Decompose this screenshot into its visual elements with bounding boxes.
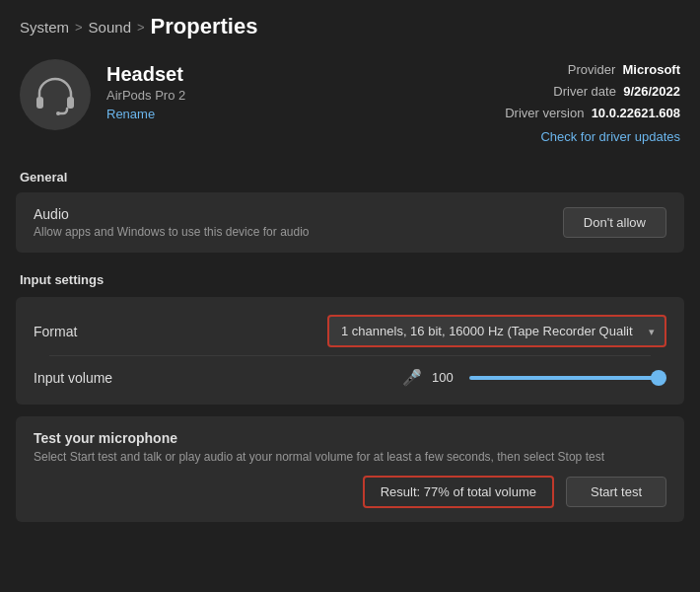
mic-test-card: Test your microphone Select Start test a… [16,416,684,522]
volume-row: Input volume 🎤 100 [34,364,666,391]
provider-row: Provider Microsoft [505,59,680,81]
audio-row: Audio Allow apps and Windows to use this… [34,206,666,239]
volume-controls: 🎤 100 [402,368,666,387]
mic-test-title: Test your microphone [34,430,666,446]
device-info: Headset AirPods Pro 2 Rename [106,59,489,121]
driver-date-value: 9/26/2022 [623,84,680,99]
breadcrumb-sep2: > [137,20,145,35]
rename-link[interactable]: Rename [106,107,155,121]
driver-date-label: Driver date [553,84,616,99]
audio-text: Audio Allow apps and Windows to use this… [34,206,310,239]
general-section-title: General [0,164,700,192]
headset-icon [32,71,79,118]
breadcrumb: System > Sound > Properties [0,0,700,49]
breadcrumb-sound[interactable]: Sound [89,19,131,36]
provider-value: Microsoft [623,62,681,77]
driver-version-label: Driver version [505,106,584,120]
driver-date-row: Driver date 9/26/2022 [505,81,680,103]
mic-test-sub: Select Start test and talk or play audio… [34,450,666,464]
format-row: Format 1 channels, 16 bit, 16000 Hz (Tap… [34,311,666,351]
provider-label: Provider [568,62,615,77]
volume-value: 100 [432,370,459,385]
breadcrumb-sep1: > [75,20,83,35]
driver-info: Provider Microsoft Driver date 9/26/2022… [505,59,680,148]
svg-rect-1 [67,97,74,109]
dont-allow-button[interactable]: Don't allow [563,207,666,238]
input-settings-card: Format 1 channels, 16 bit, 16000 Hz (Tap… [16,297,684,405]
result-box: Result: 77% of total volume [363,476,554,508]
audio-sublabel: Allow apps and Windows to use this devic… [34,225,310,239]
start-test-button[interactable]: Start test [566,477,666,507]
check-driver-link[interactable]: Check for driver updates [505,126,680,148]
input-volume-label: Input volume [34,370,112,386]
audio-label: Audio [34,206,310,222]
format-label: Format [34,324,77,339]
breadcrumb-system[interactable]: System [20,19,69,36]
svg-rect-0 [36,97,43,109]
device-model: AirPods Pro 2 [106,88,489,103]
microphone-icon: 🎤 [402,368,422,387]
format-select-wrapper: 1 channels, 16 bit, 16000 Hz (Tape Recor… [327,315,666,347]
input-settings-title: Input settings [0,264,700,297]
volume-slider[interactable] [469,376,666,380]
svg-point-2 [56,111,60,115]
format-select[interactable]: 1 channels, 16 bit, 16000 Hz (Tape Recor… [329,317,665,345]
divider-1 [49,355,651,356]
device-name: Headset [106,63,489,86]
device-header: Headset AirPods Pro 2 Rename Provider Mi… [0,49,700,164]
mic-test-row: Result: 77% of total volume Start test [34,476,666,508]
breadcrumb-current: Properties [151,14,258,39]
driver-version-value: 10.0.22621.608 [592,106,680,120]
device-icon [20,59,91,130]
audio-card: Audio Allow apps and Windows to use this… [16,192,684,253]
driver-version-row: Driver version 10.0.22621.608 [505,103,680,124]
